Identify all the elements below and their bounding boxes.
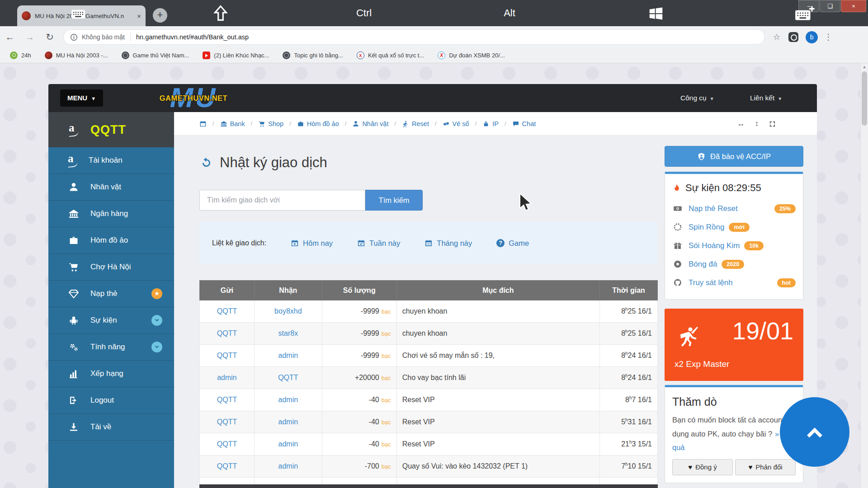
new-tab-button[interactable]: + xyxy=(153,8,167,23)
sender-link[interactable]: QQTT xyxy=(217,396,237,404)
info-icon[interactable] xyxy=(70,33,78,41)
filter-game[interactable]: ?Game xyxy=(496,239,529,248)
back-button[interactable]: ← xyxy=(0,32,20,42)
filter-tuần-này[interactable]: Tuần này xyxy=(357,239,400,248)
event-link[interactable]: Sói Hoàng Kim xyxy=(689,241,740,250)
bottom-dark-bar xyxy=(199,484,658,488)
sidebar-item-label: Ngân hàng xyxy=(90,209,128,218)
scrollbar-up-arrow[interactable]: ▲ xyxy=(861,65,868,69)
poll-agree-button[interactable]: ♥Đồng ý xyxy=(672,459,733,475)
sidebar-item-sự-kiện[interactable]: Sự kiện xyxy=(48,307,174,334)
promo-date: 19/01 xyxy=(732,317,793,345)
site-logo[interactable]: MU GAMETHUVN.NET xyxy=(151,84,236,112)
sender-link[interactable]: QQTT xyxy=(217,352,237,359)
bookmark-item[interactable]: XDự đoán XSMB 20/... xyxy=(438,52,505,59)
bookmark-item[interactable]: 24h xyxy=(10,52,31,59)
sidebar-item-chợ-hà-nội[interactable]: Chợ Hà Nội xyxy=(48,254,174,281)
receiver-link[interactable]: admin xyxy=(278,462,298,470)
sidebar-item-ngân-hàng[interactable]: Ngân hàng xyxy=(48,201,174,227)
sender-link[interactable]: QQTT xyxy=(217,418,237,426)
breadcrumb-label: Hòm đồ ảo xyxy=(307,120,339,127)
sidebar-item-hòm-đồ-ảo[interactable]: Hòm đồ ảo xyxy=(48,227,174,254)
tools-menu[interactable]: Công cụ▼ xyxy=(680,84,714,112)
sidebar-item-tải-về[interactable]: Tải về xyxy=(48,414,174,441)
poll-disagree-button[interactable]: ♥Phản đối xyxy=(735,459,796,475)
refresh-icon[interactable] xyxy=(200,157,212,169)
money-icon xyxy=(672,204,683,213)
filter-hôm-nay[interactable]: Hôm nay xyxy=(291,239,333,248)
protect-acc-ip-button[interactable]: Đã bảo vệ ACC/IP xyxy=(665,146,803,167)
fullscreen-icon[interactable] xyxy=(769,120,776,128)
time-cell: 21h3 15/1 xyxy=(600,433,658,455)
event-link[interactable]: Spin Rồng xyxy=(689,223,724,232)
receiver-link[interactable]: admin xyxy=(278,352,298,359)
scroll-to-top-button[interactable] xyxy=(780,397,849,467)
receiver-link[interactable]: admin xyxy=(278,396,298,404)
breadcrumb-vé-số[interactable]: Vé số xyxy=(443,120,469,127)
breadcrumb-hòm-đồ-ảo[interactable]: Hòm đồ ảo xyxy=(297,120,339,127)
browser-menu-icon[interactable]: ⋮ xyxy=(824,32,832,42)
time-cell: 5h31 16/1 xyxy=(600,411,658,433)
bookmark-star-icon[interactable]: ☆ xyxy=(773,32,780,42)
sidebar-item-tính-năng[interactable]: Tính năng xyxy=(48,334,174,361)
breadcrumb-separator: / xyxy=(475,120,477,127)
receiver-link[interactable]: QQTT xyxy=(278,374,298,381)
breadcrumb-shop[interactable]: Shop xyxy=(258,120,283,127)
bookmark-item[interactable]: xKết quả xổ số trực t... xyxy=(357,52,424,59)
tab-close-icon[interactable]: × xyxy=(137,12,141,20)
username: QQTT xyxy=(90,123,126,137)
minimize-button[interactable]: – xyxy=(798,0,819,12)
filter-tháng-này[interactable]: Tháng này xyxy=(425,239,472,248)
forward-button[interactable]: → xyxy=(20,32,40,42)
promo-banner[interactable]: 19/01 x2 Exp Master xyxy=(665,309,803,381)
user-icon xyxy=(68,182,80,192)
bookmark-item[interactable]: Game thủ Việt Nam... xyxy=(122,52,189,59)
sidebar-item-nạp-thẻ[interactable]: Nạp thẻ★ xyxy=(48,281,174,307)
search-button[interactable]: Tìm kiếm xyxy=(365,190,423,211)
browser-tab-strip: MU Hà Nội 2003 - GamethuVN.n × + Ctrl Al… xyxy=(0,0,868,26)
sender-link[interactable]: QQTT xyxy=(217,440,237,448)
breadcrumb-chat[interactable]: Chat xyxy=(512,120,536,127)
bookmark-item[interactable]: MU Hà Nội 2003 -... xyxy=(45,52,108,59)
table-row: QQTTadmin-40bạcReset VIP8h7 16/1 xyxy=(200,389,658,411)
extension-icon[interactable] xyxy=(788,32,798,42)
receiver-link[interactable]: boy8xhd xyxy=(274,307,302,315)
sidebar-item-tài-khoản[interactable]: aTài khoản xyxy=(48,147,174,174)
sender-link[interactable]: QQTT xyxy=(217,462,237,470)
sender-link[interactable]: admin xyxy=(217,374,237,381)
breadcrumb-bank[interactable]: Bank xyxy=(220,120,245,127)
table-row: QQTTadmin-700bạcQuay số Vui: vào kèo 143… xyxy=(200,455,658,478)
event-link[interactable]: Bóng đá xyxy=(689,260,717,269)
receiver-link[interactable]: star8x xyxy=(278,329,298,337)
bookmark-item[interactable]: Topic ghi lô bằng... xyxy=(283,52,343,59)
amount-cell: -9999bạc xyxy=(322,345,396,367)
page-scrollbar[interactable]: ▲ xyxy=(860,63,868,488)
menu-button[interactable]: MENU▼ xyxy=(60,89,103,107)
arrows-vertical-icon[interactable]: ↕ xyxy=(755,119,759,128)
arrows-horizontal-icon[interactable]: ↔ xyxy=(737,119,745,128)
sidebar-item-logout[interactable]: Logout xyxy=(48,387,174,414)
breadcrumb-home[interactable] xyxy=(199,120,207,127)
sender-link[interactable]: QQTT xyxy=(217,307,237,315)
links-menu[interactable]: Liên kết▼ xyxy=(750,84,782,112)
receiver-link[interactable]: admin xyxy=(278,440,298,448)
address-bar[interactable]: Không bảo mật hn.gamethuvn.net/#auth/Ban… xyxy=(63,29,765,45)
reload-button[interactable]: ↻ xyxy=(40,32,60,42)
close-button[interactable]: × xyxy=(841,0,866,12)
sender-link[interactable]: QQTT xyxy=(217,329,237,337)
profile-avatar[interactable]: b xyxy=(806,31,818,43)
sidebar-item-nhân-vật[interactable]: Nhân vật xyxy=(48,174,174,201)
maximize-button[interactable]: ❏ xyxy=(820,0,840,12)
breadcrumb-reset[interactable]: Reset xyxy=(402,120,429,127)
bookmark-item[interactable]: (2) Liên Khúc Nhạc... xyxy=(203,52,269,59)
receiver-link[interactable]: admin xyxy=(278,418,298,426)
heart-icon: ♥ xyxy=(688,463,692,471)
scrollbar-thumb[interactable] xyxy=(862,71,867,126)
event-link[interactable]: Truy sát lệnh xyxy=(689,278,733,287)
event-link[interactable]: Nạp thẻ Reset xyxy=(689,204,738,213)
sidebar-item-xếp-hạng[interactable]: Xếp hạng xyxy=(48,361,174,387)
breadcrumb-ip[interactable]: IP xyxy=(482,120,499,127)
search-input[interactable] xyxy=(199,190,365,211)
breadcrumb-nhân-vật[interactable]: Nhân vật xyxy=(352,120,388,127)
currency-unit: bạc xyxy=(382,330,391,337)
